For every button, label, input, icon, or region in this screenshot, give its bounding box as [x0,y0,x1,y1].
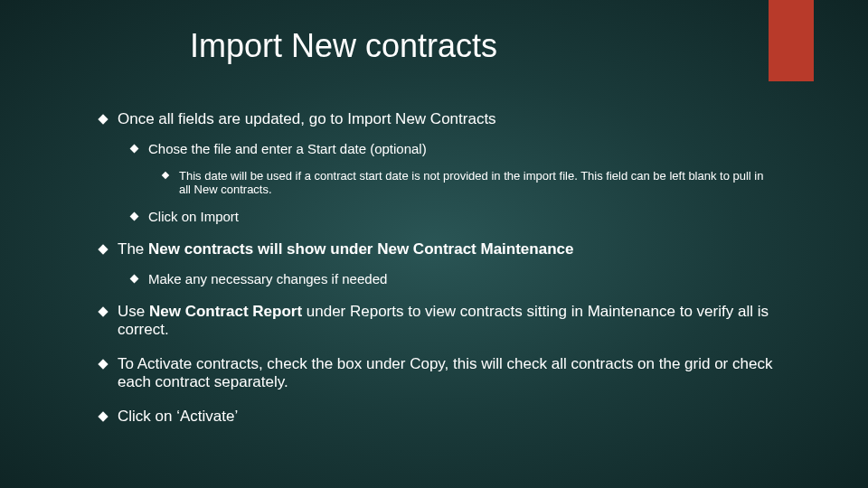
bullet-text: Chose the file and enter a Start date (o… [148,141,778,156]
bullet-text: The New contracts will show under New Co… [118,240,778,258]
slide-content: Import New contracts Once all fields are… [0,0,868,465]
bullet-icon [98,244,108,254]
bullet-icon [98,411,108,421]
bullet-text: Once all fields are updated, go to Impor… [118,110,778,128]
bullet-icon [162,172,169,179]
slide-title: Import New contracts [190,27,778,65]
bullet-icon [98,114,108,124]
list-item: The New contracts will show under New Co… [99,240,778,258]
bullet-text: Click on ‘Activate’ [118,408,778,426]
bullet-icon [130,212,139,221]
bullet-text: To Activate contracts, check the box und… [118,355,778,391]
list-item: To Activate contracts, check the box und… [99,355,778,391]
text-bold: New Contract Report [149,303,307,320]
bullet-icon [98,306,108,316]
list-item: Once all fields are updated, go to Impor… [99,110,778,128]
bullet-text: This date will be used if a contract sta… [179,169,778,196]
text-part: Use [118,303,149,320]
text-bold: New contracts will show under New Contra… [148,240,573,258]
bullet-icon [98,359,108,369]
bullet-icon [130,145,139,154]
list-item: Click on Import [131,209,778,224]
list-item: Use New Contract Report under Reports to… [99,303,778,339]
list-item: Chose the file and enter a Start date (o… [131,141,778,156]
list-item: This date will be used if a contract sta… [163,169,778,196]
bullet-icon [130,275,139,284]
list-item: Click on ‘Activate’ [99,408,778,426]
list-item: Make any necessary changes if needed [131,271,778,286]
bullet-text: Click on Import [148,209,778,224]
text-part: The [118,240,148,258]
bullet-text: Make any necessary changes if needed [148,271,778,286]
bullet-list: Once all fields are updated, go to Impor… [99,110,778,426]
bullet-text: Use New Contract Report under Reports to… [118,303,778,339]
accent-bar [769,0,814,81]
